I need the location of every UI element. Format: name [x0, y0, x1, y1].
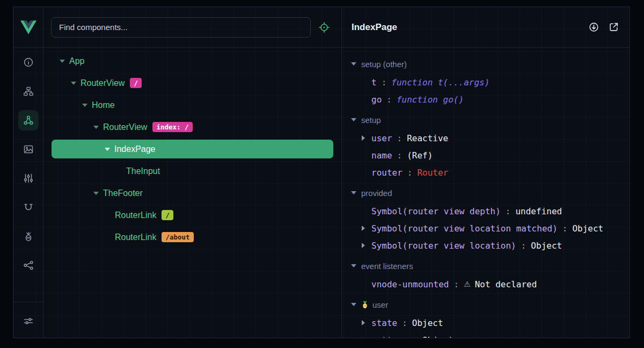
- chevron-down-icon[interactable]: [93, 192, 99, 195]
- mixer-icon: [23, 173, 34, 184]
- component-name: IndexPage: [114, 144, 156, 154]
- chevron-down-icon[interactable]: [82, 104, 87, 107]
- nav-settings[interactable]: [18, 311, 39, 331]
- nav-graph[interactable]: [18, 255, 39, 276]
- nav-components[interactable]: [18, 110, 39, 130]
- property-row[interactable]: Symbol(router view location matched) : O…: [342, 220, 630, 237]
- section-setup-other: setup (other) t : function t(...args) go…: [342, 54, 630, 108]
- section-header[interactable]: setup: [342, 110, 630, 129]
- hierarchy-icon: [23, 86, 34, 97]
- section-label: setup (other): [361, 60, 407, 69]
- chevron-right-icon[interactable]: [362, 337, 371, 338]
- section-provided: provided Symbol(router view depth) : und…: [342, 183, 630, 254]
- property-value: Object: [412, 318, 443, 328]
- tree-row-routerview[interactable]: RouterView /: [43, 72, 341, 94]
- activity-bar: [13, 48, 43, 338]
- property-value: undefined: [515, 206, 562, 216]
- section-header[interactable]: setup (other): [342, 54, 630, 74]
- component-name: RouterView: [80, 78, 125, 88]
- property-row[interactable]: user : Reactive: [342, 129, 630, 147]
- tree-row-thefooter[interactable]: TheFooter: [43, 182, 341, 204]
- section-setup: setup user : Reactive name : (Ref) route…: [342, 110, 630, 181]
- scroll-to-component-icon[interactable]: [589, 22, 599, 32]
- property-value: (Ref): [407, 150, 433, 161]
- property-row[interactable]: router : Router: [342, 164, 630, 181]
- search-input[interactable]: [51, 17, 311, 38]
- chevron-down-icon[interactable]: [71, 82, 76, 85]
- pick-component-target-icon[interactable]: [319, 22, 330, 33]
- chevron-down-icon: [351, 191, 356, 194]
- section-event-listeners: event listeners vnode-unmounted : ⚠ Not …: [342, 256, 630, 293]
- pinia-icon: [23, 231, 34, 242]
- property-key: getters: [371, 335, 407, 338]
- section-header[interactable]: user: [342, 295, 630, 314]
- nav-mixer[interactable]: [18, 168, 39, 189]
- key-value-separator: :: [386, 95, 392, 105]
- property-row[interactable]: state : Object: [342, 314, 630, 331]
- property-row[interactable]: go : function go(): [342, 91, 630, 108]
- chevron-down-icon[interactable]: [105, 148, 110, 151]
- chevron-right-icon[interactable]: [362, 226, 371, 231]
- property-key: router: [371, 168, 402, 178]
- section-label: user: [372, 300, 388, 309]
- tree-row-routerlink-1[interactable]: RouterLink /: [43, 204, 341, 226]
- section-header[interactable]: provided: [342, 183, 630, 202]
- route-badge: /: [162, 210, 173, 221]
- key-value-separator: :: [397, 150, 402, 161]
- tree-row-routerview-index[interactable]: RouterView index: /: [43, 116, 341, 138]
- tree-row-indexpage-selected[interactable]: IndexPage: [52, 140, 333, 158]
- nav-hierarchy[interactable]: [18, 81, 39, 102]
- nav-pages[interactable]: [18, 139, 39, 160]
- vue-devtools-window: IndexPage: [13, 6, 630, 338]
- nav-pinia[interactable]: [18, 226, 39, 247]
- warning-icon: ⚠: [464, 280, 471, 288]
- property-value: Reactive: [407, 133, 448, 143]
- inspector-header: IndexPage: [342, 7, 630, 48]
- property-row[interactable]: Symbol(router view depth) : undefined: [342, 202, 630, 220]
- component-name: TheInput: [126, 166, 160, 176]
- activity-bar-divider: [14, 302, 43, 302]
- section-label: provided: [361, 189, 392, 198]
- component-name: RouterView: [103, 122, 147, 132]
- property-row[interactable]: Symbol(router view location) : Object: [342, 237, 630, 254]
- chevron-right-icon[interactable]: [362, 135, 371, 141]
- component-name: Home: [92, 100, 115, 110]
- tree-row-theinput[interactable]: TheInput: [43, 160, 341, 182]
- open-in-editor-icon[interactable]: [609, 22, 619, 32]
- property-row[interactable]: name : (Ref): [342, 147, 630, 164]
- chevron-down-icon: [351, 264, 356, 267]
- property-row[interactable]: vnode-unmounted : ⚠ Not declared: [342, 276, 630, 293]
- tree-row-home[interactable]: Home: [43, 94, 341, 116]
- settings-icon: [23, 316, 34, 327]
- chevron-down-icon[interactable]: [60, 60, 65, 63]
- section-header[interactable]: event listeners: [342, 256, 630, 276]
- graph-icon: [23, 260, 34, 271]
- property-row[interactable]: getters : Object: [342, 331, 630, 338]
- nav-info[interactable]: [18, 52, 39, 73]
- component-name: RouterLink: [115, 233, 156, 242]
- key-value-separator: :: [412, 335, 418, 338]
- route-badge: /: [130, 78, 142, 89]
- caret-spacer: [105, 237, 111, 237]
- tree-row-app[interactable]: App: [43, 50, 341, 72]
- nav-timeline[interactable]: [18, 197, 39, 218]
- key-value-separator: :: [397, 133, 402, 143]
- property-value: Object: [572, 223, 603, 234]
- logo-cell: [13, 7, 43, 48]
- chevron-down-icon[interactable]: [93, 126, 99, 129]
- chevron-right-icon[interactable]: [362, 243, 371, 248]
- info-icon: [23, 57, 34, 68]
- property-key: state: [371, 318, 397, 328]
- tree-row-routerlink-2[interactable]: RouterLink /about: [43, 226, 341, 248]
- property-key: name: [371, 150, 392, 161]
- property-row[interactable]: t : function t(...args): [342, 74, 630, 91]
- property-value: Object: [422, 335, 453, 338]
- chevron-right-icon[interactable]: [362, 320, 371, 325]
- section-label: event listeners: [361, 262, 413, 271]
- component-name: RouterLink: [115, 211, 156, 220]
- search-bar: [43, 7, 342, 48]
- key-value-separator: :: [521, 241, 526, 251]
- pages-icon: [23, 144, 34, 155]
- property-key: vnode-unmounted: [371, 279, 449, 289]
- key-value-separator: :: [506, 206, 511, 216]
